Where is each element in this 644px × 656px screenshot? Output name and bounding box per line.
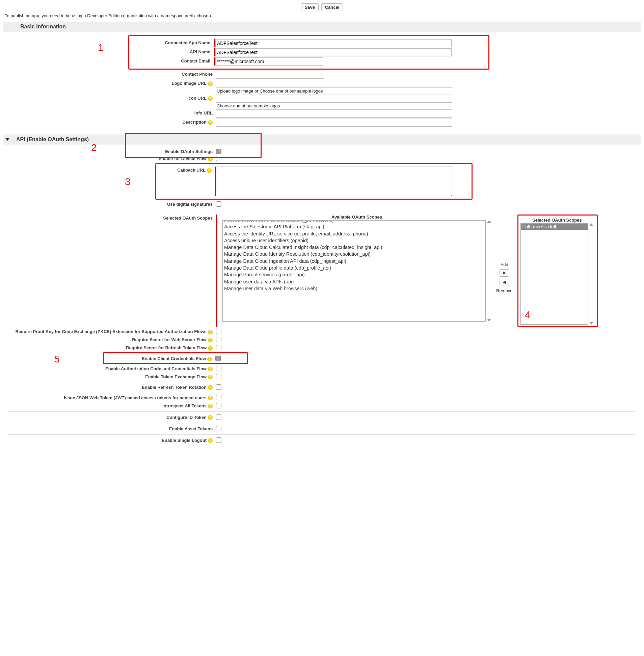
label-description: Description? [3, 118, 216, 125]
choose-sample-icon-link[interactable]: Choose one of our sample logos [217, 103, 280, 108]
introspect-all-checkbox[interactable] [216, 403, 222, 409]
icon-url-input[interactable] [216, 94, 452, 103]
scroll-up-icon[interactable] [487, 220, 491, 223]
help-icon[interactable]: ? [207, 168, 212, 173]
choose-sample-logo-link[interactable]: Choose one of our sample logos [259, 88, 323, 93]
selected-scopes-title: Selected OAuth Scopes [532, 218, 582, 223]
asset-tokens-checkbox[interactable] [216, 426, 222, 431]
help-icon[interactable]: ? [207, 357, 212, 362]
info-url-input[interactable] [216, 109, 452, 117]
use-digital-signatures-checkbox[interactable] [216, 201, 222, 207]
help-icon[interactable]: ? [208, 385, 213, 390]
jwt-named-users-checkbox[interactable] [216, 395, 222, 400]
auth-code-creds-checkbox[interactable] [216, 366, 222, 371]
token-exchange-checkbox[interactable] [216, 374, 222, 379]
help-icon[interactable]: ? [208, 367, 213, 371]
required-indicator [214, 48, 215, 57]
required-indicator [215, 167, 216, 196]
required-indicator [214, 39, 215, 47]
scroll-down-icon[interactable] [487, 319, 491, 322]
help-icon[interactable]: ? [208, 338, 213, 343]
scope-item[interactable]: Access the Salesforce API Platform (sfap… [224, 223, 484, 230]
scroll-up-icon[interactable] [589, 223, 593, 226]
label-contact-email: Contact Email [129, 58, 214, 64]
upload-logo-link[interactable]: Upload logo image [217, 88, 253, 93]
scroll-down-icon[interactable] [589, 322, 593, 325]
annotation-number-2: 2 [91, 142, 97, 153]
cancel-button[interactable]: Cancel [321, 3, 343, 11]
label-contact-phone: Contact Phone [3, 71, 216, 77]
label-asset-tokens: Enable Asset Tokens [3, 425, 216, 431]
remove-scope-button[interactable] [500, 279, 509, 286]
label-pkce: Require Proof Key for Code Exchange (PKC… [3, 328, 216, 334]
help-icon[interactable]: ? [208, 415, 213, 420]
help-icon[interactable]: ? [208, 346, 213, 351]
selected-scope-item[interactable]: Full access (full) [521, 224, 588, 230]
available-scopes-listbox[interactable]: Access custom permissions (custom_permis… [223, 220, 486, 322]
scope-item[interactable]: Access the identity URL service (id, pro… [224, 231, 484, 237]
section-title: API (Enable OAuth Settings) [16, 136, 89, 143]
label-token-exchange: Enable Token Exchange Flow? [3, 373, 216, 380]
secret-web-checkbox[interactable] [216, 337, 222, 342]
scope-item[interactable]: Manage Data Cloud profile data (cdp_prof… [224, 264, 484, 271]
intro-text: To publish an app, you need to be using … [5, 13, 641, 18]
label-refresh-rotation: Enable Refresh Token Rotation? [3, 384, 216, 390]
scope-item[interactable]: Manage user data via APIs (api) [224, 278, 484, 285]
required-indicator [214, 58, 215, 66]
scope-item[interactable]: Access unique user identifiers (openid) [224, 237, 484, 244]
configure-id-token-checkbox[interactable] [216, 414, 222, 420]
refresh-rotation-checkbox[interactable] [216, 385, 222, 390]
chevron-right-icon [503, 271, 506, 275]
selected-scopes-listbox[interactable]: Full access (full) [521, 223, 588, 325]
description-input[interactable] [216, 118, 452, 127]
label-configure-id-token: Configure ID Token? [3, 414, 216, 420]
api-name-input[interactable] [215, 48, 452, 57]
label-callback-url: Callback URL? [156, 167, 215, 173]
label-use-digital-signatures: Use digital signatures [3, 201, 216, 207]
annotation-number-5: 5 [54, 353, 60, 365]
contact-phone-input[interactable] [216, 71, 324, 79]
client-creds-checkbox[interactable]: ✓ [215, 356, 221, 361]
logo-image-url-input[interactable] [216, 80, 452, 88]
annotation-number-3: 3 [125, 176, 131, 188]
scope-item[interactable]: Manage Pardot services (pardot_api) [224, 271, 484, 278]
add-scope-button[interactable] [500, 269, 509, 277]
required-indicator [216, 215, 217, 327]
help-icon[interactable]: ? [208, 404, 213, 409]
label-secret-web: Require Secret for Web Server Flow? [3, 336, 216, 343]
section-basic-information: Basic Information [3, 22, 641, 32]
single-logout-checkbox[interactable] [216, 437, 222, 443]
help-icon[interactable]: ? [208, 396, 213, 400]
help-icon[interactable]: ? [208, 375, 213, 379]
scope-item[interactable]: Manage Data Cloud Calculated Insight dat… [224, 244, 484, 250]
scope-item[interactable]: Manage Data Cloud Identity Resolution (c… [224, 250, 484, 257]
help-icon[interactable]: ? [208, 82, 213, 86]
scope-item[interactable]: Manage Data Cloud Ingestion API data (cd… [224, 258, 484, 264]
connected-app-name-input[interactable] [215, 39, 452, 47]
annotation-number-1: 1 [98, 42, 104, 53]
pkce-checkbox[interactable] [216, 329, 222, 334]
selected-scopes-highlight: Selected OAuth Scopes Full access (full) [518, 215, 598, 327]
label-client-creds: Enable Client Credentials Flow? [104, 355, 215, 362]
label-selected-oauth-scopes: Selected OAuth Scopes [3, 215, 216, 221]
help-icon[interactable]: ? [208, 120, 213, 125]
label-auth-code-creds: Enable Authorization Code and Credential… [3, 365, 216, 372]
section-title: Basic Information [20, 24, 66, 30]
label-connected-app-name: Connected App Name [129, 39, 214, 45]
help-icon[interactable]: ? [208, 96, 213, 101]
scope-item[interactable]: Access custom permissions (custom_permis… [224, 220, 484, 223]
save-button[interactable]: Save [301, 3, 319, 11]
label-info-url: Info URL [3, 109, 216, 115]
help-icon[interactable]: ? [208, 330, 213, 334]
label-icon-url: Icon URL? [3, 94, 216, 101]
section-api-oauth: API (Enable OAuth Settings) [3, 134, 641, 145]
remove-label: Remove [496, 288, 512, 293]
callback-url-textarea[interactable] [217, 167, 453, 196]
label-api-name: API Name [129, 48, 214, 54]
contact-email-input[interactable] [215, 58, 323, 66]
disclosure-triangle-icon[interactable] [5, 138, 9, 141]
help-icon[interactable]: ? [208, 438, 213, 443]
secret-refresh-checkbox[interactable] [216, 345, 222, 350]
chevron-left-icon [503, 281, 506, 284]
scope-item[interactable]: Manage user data via Web browsers (web) [224, 285, 484, 292]
